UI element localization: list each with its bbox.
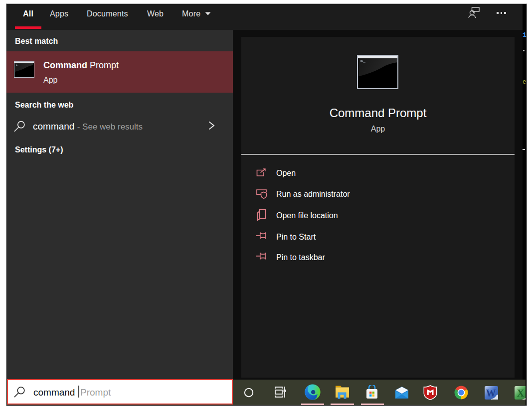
svg-text:W: W xyxy=(486,388,496,399)
svg-text:X: X xyxy=(517,388,525,399)
